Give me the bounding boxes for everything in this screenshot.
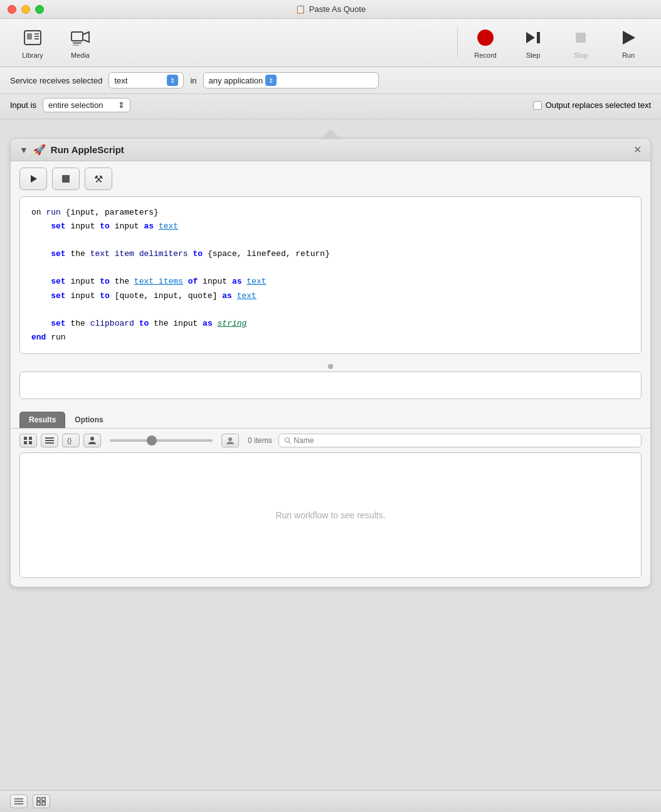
- code-line-10: end run: [31, 331, 630, 345]
- text-select[interactable]: text ⇕: [108, 72, 184, 88]
- run-label: Run: [622, 51, 635, 59]
- results-tabs: Results Options: [11, 407, 650, 428]
- toolbar-left: Library Media: [10, 23, 103, 63]
- size-slider[interactable]: [110, 439, 213, 442]
- action-title: Run AppleScript: [51, 144, 628, 155]
- action-close-button[interactable]: ✕: [633, 145, 642, 155]
- svg-rect-15: [29, 441, 32, 444]
- svg-point-21: [228, 437, 232, 441]
- size-slider-container: [105, 439, 218, 442]
- script-play-icon: [31, 175, 37, 183]
- svg-marker-6: [83, 32, 89, 42]
- input-select-chevron: ⇕: [118, 100, 125, 110]
- media-label: Media: [71, 51, 90, 59]
- toolbar-separator: [457, 28, 458, 58]
- svg-rect-13: [29, 437, 32, 440]
- app-select[interactable]: any application ⇕: [203, 72, 379, 88]
- step-button[interactable]: Step: [510, 23, 556, 63]
- code-line-1: on run {input, parameters}: [31, 206, 630, 220]
- step-label: Step: [526, 51, 541, 59]
- person-icon: [87, 436, 97, 445]
- stop-button[interactable]: Stop: [558, 23, 603, 63]
- output-checkbox[interactable]: [533, 101, 542, 110]
- script-controls: ⚒: [11, 161, 650, 196]
- input-select[interactable]: entire selection ⇕: [43, 98, 130, 112]
- svg-rect-28: [42, 798, 45, 801]
- output-area[interactable]: [19, 371, 642, 399]
- svg-rect-5: [71, 32, 83, 41]
- svg-line-23: [288, 442, 290, 444]
- text-option: text: [114, 76, 164, 85]
- bottom-grid-button[interactable]: [33, 794, 50, 808]
- svg-rect-30: [42, 802, 45, 805]
- record-icon: [474, 26, 497, 49]
- service-receives-label: Service receives selected: [10, 76, 102, 85]
- scroll-indicator: [11, 361, 650, 371]
- code-line-6: set input to the text items of input as …: [31, 275, 630, 289]
- toolbar: Library Media Record: [0, 19, 661, 67]
- minimize-button[interactable]: [21, 5, 30, 14]
- svg-marker-11: [623, 31, 635, 45]
- window-controls: [8, 5, 44, 14]
- items-count: 0 items: [248, 436, 272, 445]
- library-button[interactable]: Library: [10, 23, 55, 63]
- action-card-header: ▼ 🚀 Run AppleScript ✕: [11, 139, 650, 161]
- code-view-button[interactable]: {}: [62, 434, 80, 447]
- svg-rect-14: [24, 441, 27, 444]
- svg-rect-27: [37, 798, 40, 801]
- run-button[interactable]: Run: [606, 23, 651, 63]
- script-stop-button[interactable]: [52, 168, 80, 190]
- script-compile-icon: ⚒: [94, 173, 103, 185]
- code-line-4: set the text item delimiters to {space, …: [31, 247, 630, 261]
- run-icon: [617, 26, 640, 49]
- svg-marker-9: [526, 32, 535, 43]
- list-icon: [45, 436, 55, 445]
- person-view-button[interactable]: [83, 434, 101, 447]
- app-select-chevron: ⇕: [265, 75, 277, 86]
- svg-rect-0: [24, 31, 41, 45]
- code-line-9: set the clipboard to the input as string: [31, 317, 630, 331]
- thumbnail-button[interactable]: [221, 434, 239, 447]
- collapse-button[interactable]: ▼: [19, 145, 28, 155]
- results-toolbar: {} 0 items: [11, 428, 650, 452]
- search-icon: [284, 437, 292, 444]
- grid-view-button[interactable]: [19, 434, 37, 447]
- svg-rect-1: [27, 33, 32, 40]
- record-button[interactable]: Record: [463, 23, 508, 63]
- title-bar: 📋 Paste As Quote: [0, 0, 661, 19]
- main-content: ▼ 🚀 Run AppleScript ✕ ⚒ on run {input, p…: [0, 119, 661, 790]
- bottom-list-button[interactable]: [10, 794, 28, 808]
- connector-triangle: [319, 129, 342, 139]
- output-checkbox-area: Output replaces selected text: [533, 100, 651, 110]
- search-input[interactable]: [293, 436, 636, 445]
- code-line-3: [31, 233, 630, 247]
- library-icon: [21, 26, 44, 49]
- library-label: Library: [22, 51, 43, 59]
- media-button[interactable]: Media: [58, 23, 103, 63]
- script-compile-button[interactable]: ⚒: [85, 168, 112, 190]
- record-label: Record: [474, 51, 496, 59]
- tab-results[interactable]: Results: [19, 412, 65, 428]
- close-button[interactable]: [8, 5, 16, 14]
- input-option: entire selection: [48, 100, 103, 110]
- tab-options[interactable]: Options: [65, 412, 112, 428]
- action-emoji: 🚀: [33, 144, 46, 156]
- bottom-list-icon: [14, 797, 24, 806]
- input-row: Input is entire selection ⇕ Output repla…: [0, 94, 661, 119]
- results-area: Run workflow to see results.: [19, 452, 642, 578]
- maximize-button[interactable]: [35, 5, 44, 14]
- script-stop-icon: [62, 175, 70, 183]
- toolbar-right: Record Step Stop: [463, 23, 651, 63]
- input-label: Input is: [10, 100, 36, 110]
- media-icon: [69, 26, 92, 49]
- list-view-button[interactable]: [41, 434, 58, 447]
- output-label: Output replaces selected text: [546, 100, 651, 110]
- code-line-2: set input to input as text: [31, 220, 630, 233]
- text-select-chevron: ⇕: [167, 75, 178, 86]
- svg-point-20: [90, 437, 94, 441]
- thumbnail-icon: [225, 436, 235, 445]
- search-box[interactable]: [278, 434, 642, 447]
- script-run-button[interactable]: [19, 168, 47, 190]
- svg-text:{}: {}: [67, 437, 72, 444]
- code-editor[interactable]: on run {input, parameters} set input to …: [19, 196, 642, 354]
